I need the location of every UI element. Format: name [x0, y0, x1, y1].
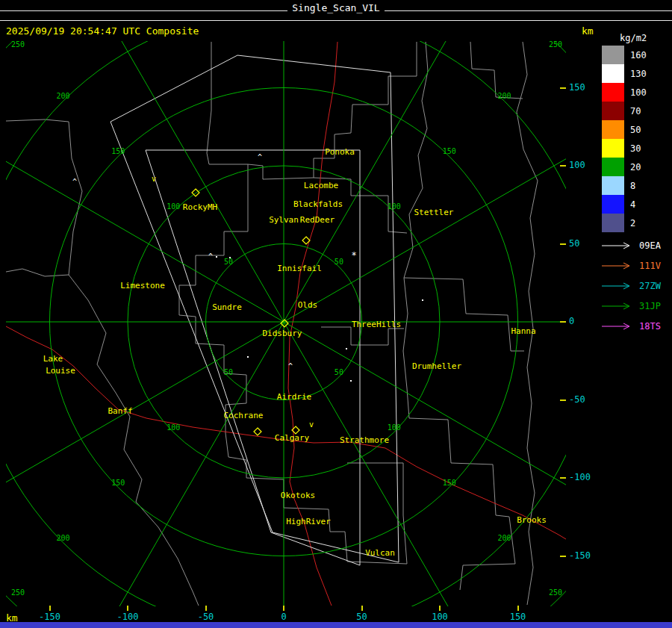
city-label-highriver: HighRiver: [286, 517, 331, 526]
range-ring-label: 250: [11, 41, 25, 49]
bottom-axis-tick: [127, 606, 128, 611]
radar-coverage-outline: [111, 55, 399, 565]
range-ring-label: 100: [167, 202, 180, 211]
echo-dot: [422, 299, 423, 301]
range-ring-label: 150: [443, 479, 456, 487]
color-scale-value: 70: [630, 106, 641, 116]
radar-site-id: 18TS: [639, 321, 661, 332]
bottom-axis-tick: [517, 606, 519, 611]
star-glyph: *: [351, 250, 356, 261]
bottom-axis-label: 50: [356, 612, 367, 622]
bottom-axis-label: -150: [39, 612, 60, 622]
range-ring-label: 50: [224, 258, 233, 266]
city-label-olds: Olds: [298, 300, 318, 310]
color-swatch: [602, 83, 624, 102]
bottom-axis-label: -50: [198, 612, 214, 622]
city-label-vulcan: Vulcan: [365, 548, 395, 558]
color-swatch: [602, 139, 624, 158]
color-swatch: [602, 176, 624, 195]
right-axis-label: 50: [569, 238, 579, 249]
city-label-sylvan: Sylvan: [269, 215, 299, 225]
city-labels: PonokaLacombeBlackfaldsSylvanRedDeerRock…: [43, 147, 547, 558]
right-axis-label: -50: [569, 394, 585, 405]
right-axis-unit: km: [582, 25, 594, 37]
radar-site-row: 31JP: [600, 296, 661, 316]
city-label-hanna: Hanna: [511, 326, 535, 336]
color-scale: 16013010070503020842: [602, 46, 647, 232]
right-axis-tick: [560, 556, 566, 557]
range-ring-label: 150: [111, 479, 125, 487]
radar-site-id: 111V: [639, 261, 661, 271]
header-separator: [0, 20, 672, 21]
echo-dot: [247, 356, 249, 358]
caret-glyph: ^: [72, 178, 77, 186]
right-axis-tick: [560, 243, 566, 245]
range-ring-label: 200: [56, 534, 69, 542]
color-scale-value: 30: [630, 143, 641, 154]
city-label-ponoka: Ponoka: [325, 147, 355, 157]
caret-glyph: ^: [258, 153, 262, 161]
radar-site-row: 27ZW: [600, 276, 661, 296]
right-axis-label: -100: [569, 472, 591, 482]
city-label-calgary: Calgary: [275, 433, 310, 443]
city-label-rockymh: RockyMH: [183, 202, 217, 212]
site-diamond-marker: [254, 428, 261, 435]
radar-site-row: 111V: [600, 255, 661, 276]
scan-timestamp: 2025/09/19 20:54:47 UTC Composite: [6, 25, 199, 37]
range-ring-label: 250: [549, 41, 562, 49]
radar-arrow-icon: [600, 282, 635, 290]
color-scale-row: 130: [602, 64, 647, 83]
right-axis-label: -150: [569, 550, 591, 561]
bottom-axis-tick: [283, 606, 284, 611]
right-axis-label: 0: [569, 316, 574, 326]
bottom-axis-tick: [439, 606, 441, 611]
color-scale-row: 2: [602, 214, 647, 232]
color-scale-row: 4: [602, 195, 647, 214]
color-swatch: [602, 102, 624, 120]
radar-arrow-icon: [600, 302, 635, 311]
city-label-brooks: Brooks: [517, 515, 547, 525]
color-swatch: [602, 195, 624, 214]
range-ring-label: 200: [498, 534, 511, 542]
right-axis-tick: [560, 165, 566, 167]
bottom-axis-tick: [361, 606, 363, 611]
caret-glyph: ^: [208, 252, 213, 261]
city-label-reddeer: RedDeer: [300, 215, 335, 225]
range-ring-label: 50: [335, 368, 343, 376]
city-label-blackfalds: Blackfalds: [293, 199, 343, 209]
range-ring-label: 100: [388, 202, 401, 211]
bottom-axis-label: 150: [510, 612, 526, 622]
color-scale-row: 8: [602, 176, 647, 195]
city-label-limestone: Limestone: [120, 281, 165, 290]
radar-arrow-icon: [600, 241, 635, 250]
color-scale-value: 8: [630, 181, 635, 191]
range-ring-label: 50: [224, 368, 233, 376]
bottom-axis-label: 100: [432, 612, 448, 622]
color-scale-row: 100: [602, 83, 647, 102]
city-label-cochrane: Cochrane: [224, 411, 264, 420]
radar-arrow-icon: [600, 322, 635, 331]
city-label-sundre: Sundre: [212, 302, 242, 312]
radar-app-window: Single_Scan_VIL 2025/09/19 20:54:47 UTC …: [0, 0, 672, 628]
right-axis-tick: [560, 87, 566, 89]
color-swatch: [602, 46, 624, 64]
radar-arrow-icon: [600, 261, 635, 270]
color-scale-value: 130: [630, 69, 647, 79]
radar-site-id: 09EA: [639, 240, 661, 251]
color-scale-value: 2: [630, 218, 635, 228]
color-scale-value: 160: [630, 50, 647, 60]
bottom-axis-tick: [205, 606, 207, 611]
city-label-drumheller: Drumheller: [412, 361, 462, 371]
right-axis-tick: [560, 400, 566, 401]
radar-map-canvas[interactable]: 5010015020025050100150200250501001502002…: [6, 41, 566, 606]
city-label-banff: Banff: [108, 406, 132, 416]
city-label-stettler: Stettler: [414, 208, 454, 217]
bottom-axis-label: 0: [281, 612, 286, 622]
color-scale-row: 20: [602, 158, 647, 176]
window-title: Single_Scan_VIL: [0, 2, 672, 13]
right-axis-tick: [560, 321, 566, 323]
color-scale-value: 50: [630, 125, 641, 135]
title-rule-right: [385, 10, 672, 11]
radar-site-legend: 09EA111V27ZW31JP18TS: [600, 235, 661, 336]
echo-dot: [216, 256, 217, 258]
